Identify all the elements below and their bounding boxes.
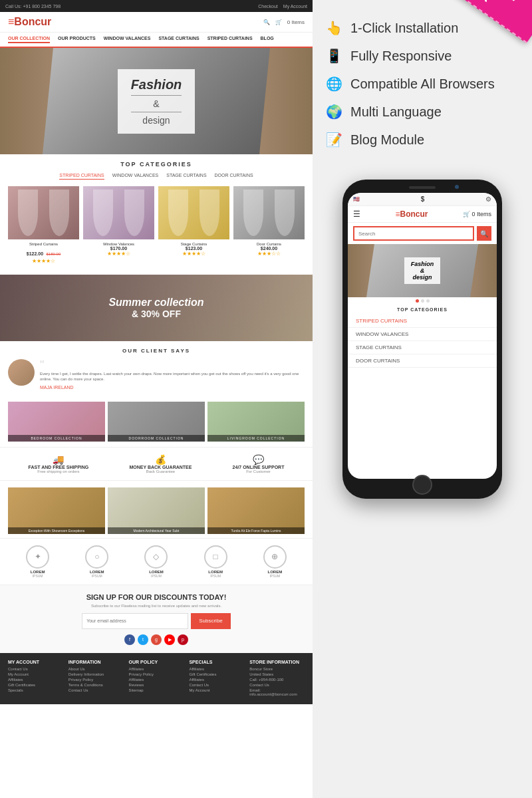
showcase-item-3[interactable]: Turdis Alt Ele Force Fapta Lumins: [207, 487, 305, 534]
signup-submit-button[interactable]: Subscribe: [191, 613, 231, 629]
footer-contact2[interactable]: Contact Us: [68, 688, 124, 692]
showcase-item-2[interactable]: Modern Architectural Year Subt: [108, 487, 205, 534]
footer-spec-5[interactable]: My Account: [189, 688, 244, 692]
phone-category-list[interactable]: STRIPED CURTAINS WINDOW VALANCES STAGE C…: [348, 315, 497, 368]
product-info-3: Stage Curtains $123.00 ★★★★☆: [158, 239, 229, 259]
nav-valances[interactable]: Window Valances: [104, 36, 151, 43]
nav-blog[interactable]: Blog: [261, 36, 274, 43]
phone-search-input[interactable]: [353, 226, 474, 241]
footer-gift[interactable]: Gift Certificates: [8, 683, 63, 687]
testimonial-author: MAJA IRELAND: [40, 385, 305, 390]
footer-policy-aff2[interactable]: Affiliates: [129, 678, 184, 682]
youtube-icon[interactable]: ▶: [164, 634, 175, 645]
showcase-label-3: Turdis Alt Ele Force Fapta Lumins: [207, 527, 305, 534]
phone-flag: 🇺🇸: [353, 196, 360, 202]
feature-support: 💬 24/7 ONLINE SUPPORT For Customer: [233, 454, 285, 473]
collection-doorroom[interactable]: DOORROOM COLLECTION: [108, 402, 205, 442]
carousel-dot-3[interactable]: [426, 299, 430, 303]
logo-3: ◇ LOREM IPSUM: [144, 545, 168, 578]
phone-hero-curtain-left: [348, 244, 374, 297]
signup-email-input[interactable]: [82, 613, 188, 629]
cat-tab-valances[interactable]: WINDOW VALANCES: [112, 173, 159, 180]
footer-delivery[interactable]: Delivery Information: [68, 672, 124, 676]
collection-livingroom[interactable]: LIVINGROOM COLLECTION: [207, 402, 305, 442]
footer-affiliates[interactable]: Affiliates: [8, 678, 63, 682]
footer-store-2[interactable]: United States: [249, 672, 305, 676]
footer-privacy[interactable]: Privacy Policy: [68, 678, 124, 682]
logo-5: ⊕ LOREM IPSUM: [263, 545, 287, 578]
twitter-icon[interactable]: t: [138, 634, 148, 645]
nav-collection[interactable]: Our Collection: [8, 36, 50, 43]
phone-search[interactable]: 🔍: [348, 223, 497, 244]
carousel-dot-2[interactable]: [421, 299, 424, 303]
phone-search-button[interactable]: 🔍: [477, 226, 491, 241]
logo-sub-1: IPSUM: [26, 574, 49, 578]
footer-store-4[interactable]: Contact Us: [249, 683, 305, 687]
product-card-1[interactable]: Striped Curtains $122.00 $180.00 ★★★★☆: [8, 186, 79, 267]
feature-shipping-title: FAST AND FREE SHIPPING: [29, 465, 89, 469]
cat-tab-striped[interactable]: STRIPED CURTAINS: [59, 173, 104, 180]
phone-cat-valances[interactable]: WINDOW VALANCES: [348, 328, 497, 341]
footer-policy-aff[interactable]: Affiliates: [129, 667, 184, 671]
logo-1: ✦ LOREM IPSUM: [26, 545, 49, 578]
nav-striped[interactable]: Striped Curtains: [207, 36, 253, 43]
showcase-item-1[interactable]: Exception With Showroom Exceptions: [8, 487, 105, 534]
phone-cat-stage[interactable]: STAGE CURTAINS: [348, 341, 497, 354]
product-card-2[interactable]: Window Valances $170.00 ★★★★☆: [83, 186, 154, 267]
top-categories-title: TOP CATEGORIES: [0, 154, 313, 170]
checkout-link: Checkout: [258, 4, 278, 9]
footer-policy-site[interactable]: Sitemap: [129, 688, 184, 692]
phone-cat-striped[interactable]: STRIPED CURTAINS: [348, 315, 497, 328]
showcase-label-2: Modern Architectural Year Subt: [108, 527, 205, 534]
pinterest-icon[interactable]: p: [178, 634, 188, 645]
responsive-icon: 📱: [326, 48, 342, 64]
signup-form[interactable]: Subscribe: [8, 613, 305, 629]
nav-stage[interactable]: Stage Curtains: [158, 36, 199, 43]
carousel-dot-1[interactable]: [416, 299, 419, 303]
cat-tab-door[interactable]: DOOR CURTAINS: [215, 173, 253, 180]
phone-categories-title: TOP CATEGORIES: [348, 305, 497, 315]
facebook-icon[interactable]: f: [124, 634, 135, 645]
header-icons: 🔍 🛒 0 Items: [263, 19, 305, 25]
footer-store-3[interactable]: Call: +954-800-100: [249, 678, 305, 682]
footer-policy-rev[interactable]: Reviews: [129, 683, 184, 687]
logo-2: ○ LOREM IPSUM: [85, 545, 108, 578]
category-tabs[interactable]: STRIPED CURTAINS WINDOW VALANCES STAGE C…: [0, 170, 313, 182]
footer-spec-2[interactable]: Gift Certificates: [189, 672, 244, 676]
product-card-3[interactable]: Stage Curtains $123.00 ★★★★☆: [158, 186, 229, 267]
footer-spec-4[interactable]: Contact Us: [189, 683, 244, 687]
phone-hero: Fashion & design: [348, 244, 497, 297]
footer-account[interactable]: My Account: [8, 672, 63, 676]
phone-camera: [455, 185, 459, 189]
phone-screen: 🇺🇸 $ ⚙ ☰ ≡Boncur 🛒 0 Items 🔍: [348, 193, 497, 479]
footer-store-1[interactable]: Boncur Store: [249, 667, 305, 671]
phone-hamburger-icon[interactable]: ☰: [353, 209, 360, 219]
footer-terms[interactable]: Terms & Conditions: [68, 683, 124, 687]
product-price-2: $170.00: [83, 246, 154, 251]
phone-home-button[interactable]: [412, 475, 432, 495]
collection-bedroom-label: BEDROOM COLLECTION: [8, 435, 105, 442]
logos-bar: ✦ LOREM IPSUM ○ LOREM IPSUM ◇ LOREM IPSU…: [0, 538, 313, 585]
install-icon: 👆: [326, 20, 342, 36]
footer-contact[interactable]: Contact Us: [8, 667, 63, 671]
logo-circle-2: ○: [85, 545, 108, 569]
logo-sub-5: IPSUM: [263, 574, 287, 578]
cat-tab-stage[interactable]: STAGE CURTAINS: [166, 173, 206, 180]
footer-about[interactable]: About Us: [68, 667, 124, 671]
phone-cat-door[interactable]: DOOR CURTAINS: [348, 354, 497, 368]
phone-cart[interactable]: 🛒 0 Items: [463, 211, 491, 217]
footer-spec-3[interactable]: Affiliates: [189, 678, 244, 682]
nav-products[interactable]: Our Products: [58, 36, 96, 43]
footer-specials[interactable]: Specials: [8, 688, 63, 692]
product-card-4[interactable]: Door Curtains $240.00 ★★★☆☆: [233, 186, 305, 267]
google-plus-icon[interactable]: g: [151, 634, 162, 645]
right-panel: OPENCART 3.X 👆 1-Click Installation 📱 Fu…: [313, 0, 532, 798]
collection-bedroom[interactable]: BEDROOM COLLECTION: [8, 402, 105, 442]
footer-policy-priv[interactable]: Privacy Policy: [129, 672, 184, 676]
site-nav[interactable]: Our Collection Our Products Window Valan…: [0, 33, 313, 48]
phone-hero-title: Fashion & design: [411, 261, 434, 281]
footer-spec-1[interactable]: Affiliates: [189, 667, 244, 671]
summer-line1: Summer collection: [108, 297, 203, 309]
testimonial-avatar: [8, 359, 35, 386]
footer-store-5[interactable]: Email: info.account@boncurr.com: [249, 688, 305, 696]
